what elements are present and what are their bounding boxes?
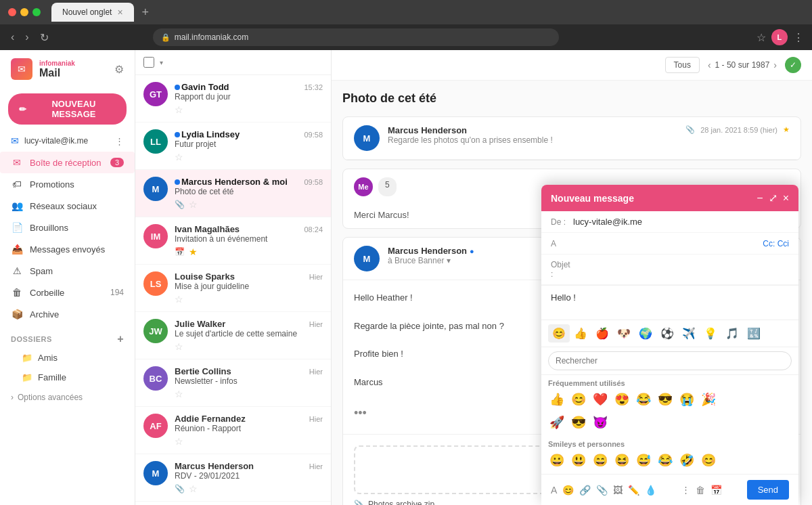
expand-body-icon[interactable]: ••• [354, 406, 367, 420]
star-icon[interactable]: ☆ [175, 294, 183, 305]
star-icon[interactable]: ☆ [189, 483, 198, 494]
emoji-tab-smileys[interactable]: 😊 [548, 324, 570, 343]
font-icon[interactable]: A [551, 485, 557, 496]
emoji-smile2[interactable]: 😄 [590, 451, 610, 470]
back-button[interactable]: ‹ [8, 28, 17, 46]
gear-icon[interactable]: ⚙ [114, 63, 124, 76]
send-button[interactable]: Send [747, 480, 789, 500]
subject-field[interactable]: Objet : [541, 255, 798, 285]
star-icon[interactable]: ☆ [175, 152, 183, 162]
attach-icon[interactable]: 📎 [596, 485, 608, 496]
emoji-tab-places[interactable]: 🌍 [635, 324, 656, 343]
emoji-tab-symbols[interactable]: 🎵 [721, 324, 743, 343]
sidebar-item-inbox[interactable]: ✉ Boîte de réception 3 [0, 152, 135, 173]
sidebar-folder-famille[interactable]: 📁 Famille [0, 368, 135, 387]
sidebar-item-promotions[interactable]: 🏷 Promotions [0, 173, 135, 195]
menu-icon[interactable]: ⋮ [793, 31, 804, 44]
sidebar-item-spam[interactable]: ⚠ Spam [0, 260, 135, 282]
sidebar-item-sent[interactable]: 📤 Messages envoyés [0, 238, 135, 260]
emoji-sunglasses[interactable]: 😎 [655, 390, 675, 409]
sidebar-folder-amis[interactable]: 📁 Amis [0, 348, 135, 368]
emoji-tab-food[interactable]: 🍎 [591, 324, 613, 343]
schedule-icon[interactable]: 📅 [710, 485, 722, 496]
chevron-down-icon[interactable]: ▾ [447, 256, 451, 265]
sidebar-item-drafts[interactable]: 📄 Brouillons [0, 217, 135, 238]
minimize-dot[interactable] [20, 8, 28, 16]
link-icon[interactable]: 🔗 [579, 485, 591, 496]
emoji-rocket[interactable]: 🚀 [547, 413, 567, 432]
emoji-tab-animals[interactable]: 🐶 [613, 324, 635, 343]
subject-input[interactable] [573, 265, 789, 275]
email-item-5[interactable]: LS Louise Sparks Hier Mise à jour guidel… [135, 265, 331, 312]
image-icon[interactable]: 🖼 [613, 485, 623, 496]
star-icon[interactable]: ☆ [189, 199, 198, 210]
delete-icon[interactable]: 🗑 [696, 485, 705, 496]
star-active-1[interactable]: ★ [783, 125, 790, 134]
add-folder-icon[interactable]: + [117, 333, 124, 345]
forward-button[interactable]: › [22, 28, 31, 46]
more-toolbar-icon[interactable]: ⋮ [681, 485, 690, 495]
color-icon[interactable]: 💧 [645, 485, 656, 496]
account-more-icon[interactable]: ⋮ [115, 136, 124, 146]
star-icon[interactable]: ☆ [175, 341, 183, 352]
expand-compose-button[interactable]: ⤢ [769, 192, 777, 204]
emoji-heart[interactable]: ❤️ [590, 390, 610, 409]
select-chevron-icon[interactable]: ▾ [160, 59, 163, 66]
bookmark-icon[interactable]: ☆ [757, 31, 766, 44]
minimize-compose-button[interactable]: − [757, 192, 763, 204]
options-advanced[interactable]: › Options avancées [0, 387, 135, 408]
email-item-9[interactable]: M Marcus Henderson Hier RDV - 29/01/2021… [135, 454, 331, 502]
sidebar-item-social[interactable]: 👥 Réseaux sociaux [0, 195, 135, 217]
emoji-cry[interactable]: 😭 [677, 390, 697, 409]
emoji-tab-gestures[interactable]: 👍 [570, 324, 591, 343]
email-item-2[interactable]: LL Lydia Lindsey 09:58 Futur projet ☆ [135, 123, 331, 170]
compose-body-text[interactable]: Hello ! [541, 286, 798, 320]
email-item-1[interactable]: GT Gavin Todd 15:32 Rapport du jour ☆ [135, 75, 331, 123]
email-item-3[interactable]: M Marcus Henderson & moi 09:58 Photo de … [135, 170, 331, 217]
emoji-cool[interactable]: 😎 [568, 413, 589, 432]
expand-count[interactable]: 5 [378, 177, 397, 196]
emoji-smile3[interactable]: 😊 [698, 451, 719, 470]
emoji-grinning[interactable]: 😀 [547, 451, 567, 470]
emoji-party[interactable]: 🎉 [698, 390, 719, 409]
active-tab[interactable]: Nouvel onglet × [51, 3, 134, 22]
maximize-dot[interactable] [32, 8, 41, 16]
emoji-joy[interactable]: 😂 [633, 390, 654, 409]
email-item-4[interactable]: IM Ivan Magalhães 08:24 Invitation à un … [135, 217, 331, 265]
emoji-sweat-smile[interactable]: 😅 [633, 451, 654, 470]
emoji-search-input[interactable] [548, 351, 792, 370]
sidebar-item-archive[interactable]: 📦 Archive [0, 303, 135, 325]
emoji-joy2[interactable]: 😂 [655, 451, 675, 470]
emoji-rofl[interactable]: 🤣 [677, 451, 697, 470]
emoji-smile[interactable]: 😊 [568, 390, 589, 409]
sidebar-item-trash[interactable]: 🗑 Corbeille 194 [0, 282, 135, 303]
account-row[interactable]: ✉ lucy-vitale@ik.me ⋮ [0, 130, 135, 152]
emoji-thumbsup[interactable]: 👍 [547, 390, 567, 409]
filter-button[interactable]: Tous [665, 57, 700, 73]
to-input[interactable] [573, 238, 757, 248]
signature-icon[interactable]: ✏️ [628, 485, 639, 496]
email-item-7[interactable]: BC Bertie Collins Hier Newsletter - info… [135, 359, 331, 407]
tab-close-icon[interactable]: × [117, 7, 122, 18]
emoji-laughing[interactable]: 😆 [612, 451, 632, 470]
email-item-8[interactable]: AF Addie Fernandez Hier Réunion - Rappor… [135, 407, 331, 454]
new-message-button[interactable]: ✏ NOUVEAU MESSAGE [8, 93, 127, 125]
emoji-smiley[interactable]: 😃 [568, 451, 589, 470]
close-dot[interactable] [8, 8, 16, 16]
refresh-button[interactable]: ↻ [37, 28, 51, 47]
emoji-devil[interactable]: 😈 [590, 413, 610, 432]
prev-page-icon[interactable]: ‹ [708, 60, 711, 70]
emoji-tab-objects[interactable]: 💡 [700, 324, 721, 343]
emoji-toolbar-icon[interactable]: 😊 [562, 485, 574, 496]
star-icon[interactable]: ☆ [175, 389, 183, 399]
emoji-tab-flags[interactable]: 🔣 [743, 324, 765, 343]
email-item-6[interactable]: JW Julie Walker Hier Le sujet d'article … [135, 312, 331, 359]
emoji-heart-eyes[interactable]: 😍 [612, 390, 632, 409]
star-icon[interactable]: ☆ [175, 436, 183, 447]
emoji-tab-activities[interactable]: ⚽ [656, 324, 678, 343]
close-compose-button[interactable]: × [783, 192, 789, 204]
user-profile-circle[interactable]: L [771, 29, 788, 45]
select-all-checkbox[interactable] [143, 57, 154, 68]
cc-bcc-label[interactable]: Cc: Cci [763, 239, 789, 248]
next-page-icon[interactable]: › [773, 60, 777, 70]
